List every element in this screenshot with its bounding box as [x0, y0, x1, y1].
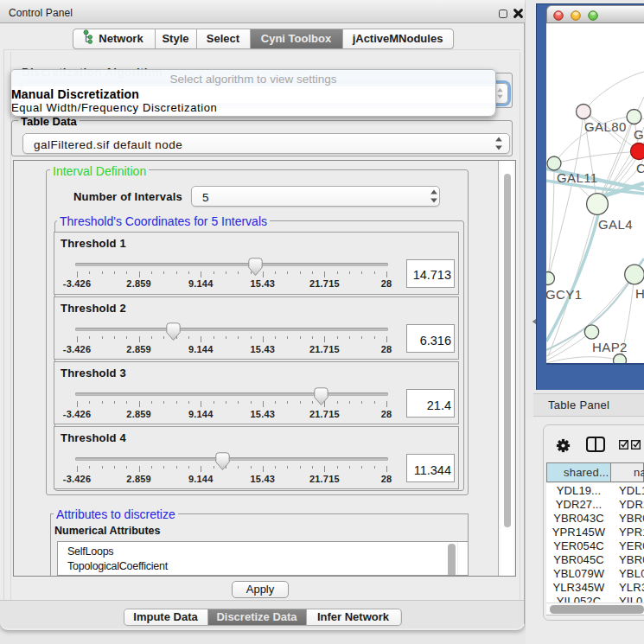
svg-text:C: C	[636, 161, 644, 175]
svg-text:H: H	[635, 286, 644, 301]
svg-text:GAL11: GAL11	[557, 170, 598, 185]
svg-text:GA: GA	[634, 127, 644, 142]
svg-text:GAL80: GAL80	[584, 119, 627, 134]
svg-text:HAP2: HAP2	[592, 340, 628, 354]
svg-text:GCY1: GCY1	[546, 287, 582, 302]
svg-text:GAL4: GAL4	[598, 217, 633, 232]
